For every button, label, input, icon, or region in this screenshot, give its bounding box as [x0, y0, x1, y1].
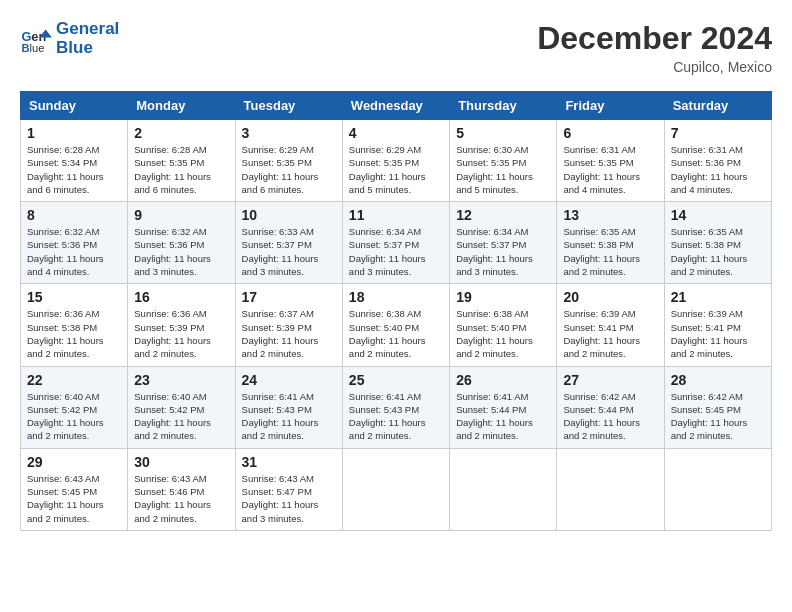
day-number: 22 [27, 372, 121, 388]
day-number: 25 [349, 372, 443, 388]
day-info: Sunrise: 6:32 AM Sunset: 5:36 PM Dayligh… [134, 225, 228, 278]
day-number: 6 [563, 125, 657, 141]
calendar-cell: 31Sunrise: 6:43 AM Sunset: 5:47 PM Dayli… [235, 448, 342, 530]
month-title: December 2024 [537, 20, 772, 57]
day-number: 23 [134, 372, 228, 388]
day-number: 9 [134, 207, 228, 223]
day-number: 19 [456, 289, 550, 305]
day-number: 30 [134, 454, 228, 470]
day-info: Sunrise: 6:32 AM Sunset: 5:36 PM Dayligh… [27, 225, 121, 278]
calendar-cell: 8Sunrise: 6:32 AM Sunset: 5:36 PM Daylig… [21, 202, 128, 284]
calendar-day-header: Wednesday [342, 92, 449, 120]
day-number: 17 [242, 289, 336, 305]
calendar-cell: 7Sunrise: 6:31 AM Sunset: 5:36 PM Daylig… [664, 120, 771, 202]
calendar-cell: 11Sunrise: 6:34 AM Sunset: 5:37 PM Dayli… [342, 202, 449, 284]
day-number: 29 [27, 454, 121, 470]
day-number: 31 [242, 454, 336, 470]
day-info: Sunrise: 6:42 AM Sunset: 5:44 PM Dayligh… [563, 390, 657, 443]
day-info: Sunrise: 6:39 AM Sunset: 5:41 PM Dayligh… [671, 307, 765, 360]
day-number: 13 [563, 207, 657, 223]
calendar-cell: 15Sunrise: 6:36 AM Sunset: 5:38 PM Dayli… [21, 284, 128, 366]
day-number: 7 [671, 125, 765, 141]
calendar-header-row: SundayMondayTuesdayWednesdayThursdayFrid… [21, 92, 772, 120]
calendar-cell: 22Sunrise: 6:40 AM Sunset: 5:42 PM Dayli… [21, 366, 128, 448]
calendar-cell: 2Sunrise: 6:28 AM Sunset: 5:35 PM Daylig… [128, 120, 235, 202]
calendar-cell: 19Sunrise: 6:38 AM Sunset: 5:40 PM Dayli… [450, 284, 557, 366]
day-info: Sunrise: 6:40 AM Sunset: 5:42 PM Dayligh… [134, 390, 228, 443]
calendar-day-header: Monday [128, 92, 235, 120]
location: Cupilco, Mexico [537, 59, 772, 75]
day-number: 28 [671, 372, 765, 388]
title-block: December 2024 Cupilco, Mexico [537, 20, 772, 75]
day-info: Sunrise: 6:33 AM Sunset: 5:37 PM Dayligh… [242, 225, 336, 278]
day-info: Sunrise: 6:43 AM Sunset: 5:46 PM Dayligh… [134, 472, 228, 525]
calendar-cell [557, 448, 664, 530]
calendar-cell: 12Sunrise: 6:34 AM Sunset: 5:37 PM Dayli… [450, 202, 557, 284]
calendar-cell: 28Sunrise: 6:42 AM Sunset: 5:45 PM Dayli… [664, 366, 771, 448]
calendar-cell: 16Sunrise: 6:36 AM Sunset: 5:39 PM Dayli… [128, 284, 235, 366]
day-number: 12 [456, 207, 550, 223]
day-info: Sunrise: 6:31 AM Sunset: 5:36 PM Dayligh… [671, 143, 765, 196]
day-info: Sunrise: 6:34 AM Sunset: 5:37 PM Dayligh… [456, 225, 550, 278]
logo-line1: General [56, 20, 119, 39]
day-info: Sunrise: 6:41 AM Sunset: 5:44 PM Dayligh… [456, 390, 550, 443]
calendar-cell: 27Sunrise: 6:42 AM Sunset: 5:44 PM Dayli… [557, 366, 664, 448]
day-number: 24 [242, 372, 336, 388]
day-info: Sunrise: 6:43 AM Sunset: 5:45 PM Dayligh… [27, 472, 121, 525]
svg-text:lue: lue [30, 41, 45, 53]
day-info: Sunrise: 6:39 AM Sunset: 5:41 PM Dayligh… [563, 307, 657, 360]
day-info: Sunrise: 6:37 AM Sunset: 5:39 PM Dayligh… [242, 307, 336, 360]
day-info: Sunrise: 6:28 AM Sunset: 5:35 PM Dayligh… [134, 143, 228, 196]
logo-line2: Blue [56, 39, 119, 58]
day-number: 16 [134, 289, 228, 305]
calendar-week-row: 29Sunrise: 6:43 AM Sunset: 5:45 PM Dayli… [21, 448, 772, 530]
calendar-cell: 4Sunrise: 6:29 AM Sunset: 5:35 PM Daylig… [342, 120, 449, 202]
calendar-cell: 21Sunrise: 6:39 AM Sunset: 5:41 PM Dayli… [664, 284, 771, 366]
calendar-week-row: 15Sunrise: 6:36 AM Sunset: 5:38 PM Dayli… [21, 284, 772, 366]
calendar-day-header: Saturday [664, 92, 771, 120]
day-info: Sunrise: 6:41 AM Sunset: 5:43 PM Dayligh… [349, 390, 443, 443]
day-info: Sunrise: 6:31 AM Sunset: 5:35 PM Dayligh… [563, 143, 657, 196]
day-info: Sunrise: 6:28 AM Sunset: 5:34 PM Dayligh… [27, 143, 121, 196]
calendar-day-header: Friday [557, 92, 664, 120]
day-number: 3 [242, 125, 336, 141]
calendar-cell: 18Sunrise: 6:38 AM Sunset: 5:40 PM Dayli… [342, 284, 449, 366]
calendar-day-header: Sunday [21, 92, 128, 120]
calendar-cell: 20Sunrise: 6:39 AM Sunset: 5:41 PM Dayli… [557, 284, 664, 366]
day-number: 21 [671, 289, 765, 305]
day-info: Sunrise: 6:38 AM Sunset: 5:40 PM Dayligh… [349, 307, 443, 360]
day-info: Sunrise: 6:35 AM Sunset: 5:38 PM Dayligh… [563, 225, 657, 278]
calendar-cell: 29Sunrise: 6:43 AM Sunset: 5:45 PM Dayli… [21, 448, 128, 530]
day-number: 2 [134, 125, 228, 141]
calendar-cell: 3Sunrise: 6:29 AM Sunset: 5:35 PM Daylig… [235, 120, 342, 202]
day-number: 15 [27, 289, 121, 305]
calendar-cell: 5Sunrise: 6:30 AM Sunset: 5:35 PM Daylig… [450, 120, 557, 202]
page-header: G e n B lue General Blue December 2024 C… [20, 20, 772, 75]
calendar-week-row: 22Sunrise: 6:40 AM Sunset: 5:42 PM Dayli… [21, 366, 772, 448]
calendar-cell: 24Sunrise: 6:41 AM Sunset: 5:43 PM Dayli… [235, 366, 342, 448]
day-number: 11 [349, 207, 443, 223]
calendar-cell: 9Sunrise: 6:32 AM Sunset: 5:36 PM Daylig… [128, 202, 235, 284]
day-number: 27 [563, 372, 657, 388]
day-info: Sunrise: 6:34 AM Sunset: 5:37 PM Dayligh… [349, 225, 443, 278]
calendar-table: SundayMondayTuesdayWednesdayThursdayFrid… [20, 91, 772, 531]
day-info: Sunrise: 6:40 AM Sunset: 5:42 PM Dayligh… [27, 390, 121, 443]
calendar-week-row: 1Sunrise: 6:28 AM Sunset: 5:34 PM Daylig… [21, 120, 772, 202]
day-info: Sunrise: 6:38 AM Sunset: 5:40 PM Dayligh… [456, 307, 550, 360]
calendar-cell [342, 448, 449, 530]
calendar-cell: 23Sunrise: 6:40 AM Sunset: 5:42 PM Dayli… [128, 366, 235, 448]
calendar-week-row: 8Sunrise: 6:32 AM Sunset: 5:36 PM Daylig… [21, 202, 772, 284]
calendar-day-header: Tuesday [235, 92, 342, 120]
day-info: Sunrise: 6:35 AM Sunset: 5:38 PM Dayligh… [671, 225, 765, 278]
day-info: Sunrise: 6:43 AM Sunset: 5:47 PM Dayligh… [242, 472, 336, 525]
calendar-cell: 30Sunrise: 6:43 AM Sunset: 5:46 PM Dayli… [128, 448, 235, 530]
day-number: 8 [27, 207, 121, 223]
day-number: 4 [349, 125, 443, 141]
day-number: 10 [242, 207, 336, 223]
calendar-day-header: Thursday [450, 92, 557, 120]
day-info: Sunrise: 6:36 AM Sunset: 5:39 PM Dayligh… [134, 307, 228, 360]
calendar-cell: 6Sunrise: 6:31 AM Sunset: 5:35 PM Daylig… [557, 120, 664, 202]
calendar-cell: 17Sunrise: 6:37 AM Sunset: 5:39 PM Dayli… [235, 284, 342, 366]
day-number: 14 [671, 207, 765, 223]
calendar-cell [664, 448, 771, 530]
